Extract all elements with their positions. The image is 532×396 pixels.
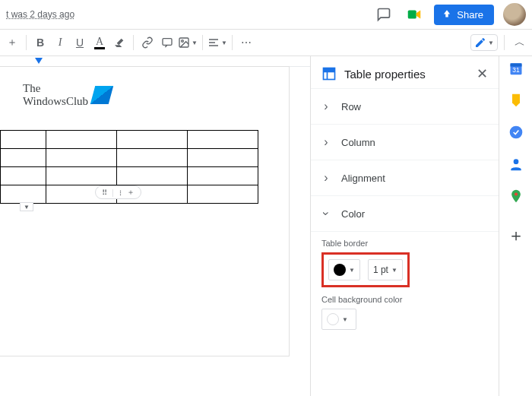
brand-block: The WindowsClub: [23, 82, 274, 107]
border-width-button[interactable]: 1 pt ▼: [368, 259, 403, 280]
comments-icon[interactable]: [373, 4, 394, 25]
tasks-icon[interactable]: [508, 125, 524, 140]
add-col-icon: ＋: [127, 187, 135, 198]
section-alignment[interactable]: › Alignment: [311, 160, 499, 195]
maps-icon[interactable]: [508, 188, 524, 204]
align-button[interactable]: ▼: [207, 33, 227, 52]
bold-button[interactable]: B: [31, 33, 49, 52]
image-button[interactable]: ▼: [178, 33, 198, 52]
add-icon[interactable]: ＋: [3, 33, 21, 52]
options-icon: ⫶: [119, 188, 122, 197]
svg-point-11: [514, 192, 517, 195]
border-color-button[interactable]: ▼: [328, 259, 360, 280]
table-drag-handle[interactable]: ⠿ | ⫶ ＋: [95, 185, 141, 199]
contacts-icon[interactable]: [508, 157, 524, 172]
section-row[interactable]: › Row: [311, 88, 499, 124]
drag-icon: ⠿: [102, 188, 107, 197]
chevron-right-icon: ›: [321, 135, 331, 149]
document-canvas[interactable]: The WindowsClub ⠿ | ⫶ ＋ ▼: [0, 56, 310, 396]
svg-point-3: [182, 40, 184, 43]
chevron-right-icon: ›: [321, 100, 331, 113]
close-icon[interactable]: ✕: [477, 65, 488, 82]
share-label: Share: [457, 9, 483, 21]
editing-mode-button[interactable]: ▼: [470, 34, 498, 51]
brand-line1: The: [23, 82, 88, 95]
bg-label: Cell background color: [321, 295, 488, 304]
brand-logo-icon: [90, 86, 113, 104]
table-row: [1, 167, 258, 185]
chevron-down-icon: ›: [319, 209, 333, 218]
collapse-up-icon[interactable]: ︿: [511, 33, 529, 52]
cell-bg-color-button[interactable]: ▼: [321, 309, 356, 330]
calendar-icon[interactable]: 31: [508, 61, 524, 76]
svg-rect-1: [163, 39, 172, 46]
meet-icon[interactable]: [404, 4, 425, 25]
color-swatch-icon: [334, 264, 346, 276]
indent-marker-icon[interactable]: [35, 58, 43, 64]
color-swatch-icon: [327, 313, 339, 325]
section-color[interactable]: › Color: [311, 195, 499, 231]
table-row: [1, 131, 258, 149]
side-rail: 31 ＋: [499, 56, 532, 396]
keep-icon[interactable]: [508, 93, 524, 108]
link-button[interactable]: [138, 33, 157, 52]
text-color-button[interactable]: A: [90, 33, 109, 52]
italic-button[interactable]: I: [51, 33, 69, 52]
ruler[interactable]: [0, 56, 310, 67]
last-edit-link[interactable]: t was 2 days ago: [6, 9, 74, 20]
section-column[interactable]: › Column: [311, 124, 499, 160]
addons-plus-icon[interactable]: ＋: [508, 228, 524, 243]
svg-text:31: 31: [512, 66, 520, 74]
highlight-button[interactable]: [110, 33, 128, 52]
border-controls-highlight: ▼ 1 pt ▼: [321, 252, 410, 287]
table-row: [1, 149, 258, 167]
share-button[interactable]: Share: [434, 5, 494, 25]
cell-options-handle[interactable]: ▼: [20, 202, 33, 211]
toolbar: ＋ B I U A ▼ ▼ ⋯ ▼ ︿: [0, 29, 532, 56]
avatar[interactable]: [503, 3, 526, 26]
table-icon: [321, 66, 337, 81]
panel-title: Table properties: [344, 68, 469, 81]
svg-rect-5: [324, 68, 335, 72]
svg-rect-0: [408, 11, 416, 19]
chevron-right-icon: ›: [321, 171, 331, 185]
border-label: Table border: [321, 239, 488, 248]
svg-point-9: [509, 126, 522, 139]
underline-button[interactable]: U: [71, 33, 89, 52]
brand-line2: WindowsClub: [23, 95, 88, 108]
svg-point-10: [513, 159, 518, 164]
comment-button[interactable]: [158, 33, 176, 52]
table-properties-panel: Table properties ✕ › Row › Column › Alig…: [310, 56, 499, 396]
more-button[interactable]: ⋯: [237, 33, 255, 52]
